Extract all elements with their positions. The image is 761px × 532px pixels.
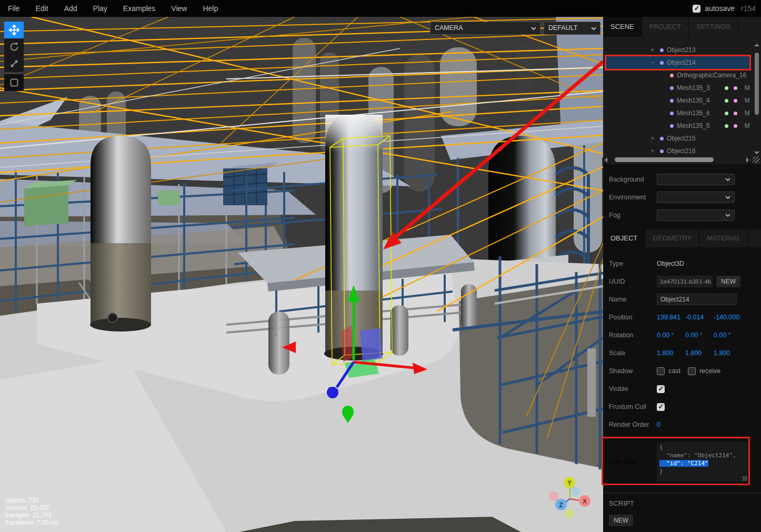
axis-x-label: X [583,498,587,505]
geometry-dot [725,99,728,103]
uuid-new-button[interactable]: NEW [716,276,740,287]
user-data-label: User data [609,458,657,465]
shadow-row: Shadow cast receive [603,362,761,380]
square-icon [9,78,19,87]
scroll-left-arrow[interactable] [603,157,607,163]
name-input[interactable]: Object214 [657,294,737,305]
user-data-textarea[interactable]: { "name": "Object214", "id": "C214"} [657,442,748,481]
vertical-scroll-thumb[interactable] [755,53,759,115]
scale-tool-button[interactable] [4,55,24,72]
tab-project[interactable]: PROJECT [642,17,689,37]
viewport[interactable]: Y X Z [0,17,603,532]
gizmo-plane-xy[interactable] [360,328,383,362]
chevron-down-icon [531,27,536,30]
environment-row: Environment [603,188,761,206]
outliner-vertical-scrollbar[interactable] [754,44,760,155]
menu-item-file[interactable]: File [0,0,28,17]
outliner-item-label: Mesh135_4 [677,97,710,104]
environment-label: Environment [609,194,657,201]
object-type-dot [660,61,664,65]
uuid-row: UUID 1e470131-b351-4b NEW [603,273,761,290]
background-select[interactable] [657,174,735,185]
menu-item-view[interactable]: View [163,0,195,17]
position-z[interactable]: -140.000 [714,314,742,321]
expand-icon[interactable]: + [648,147,657,155]
viewport-3d-scene[interactable]: Y X Z [0,17,603,532]
sidebar: SCENEPROJECTSETTINGS +Object213−Object21… [603,17,761,532]
rotation-y[interactable]: 0.00 ° [685,332,714,339]
tower-left[interactable] [90,136,151,332]
translate-tool-button[interactable] [4,22,24,38]
shading-select[interactable]: DEFAULT [544,22,600,35]
autosave-checkbox[interactable] [693,5,700,13]
tab-object[interactable]: OBJECT [603,229,645,247]
camera-select[interactable]: CAMERA [430,22,540,35]
fog-select[interactable] [657,209,735,221]
position-x[interactable]: 139.841 [657,314,685,321]
tab-settings[interactable]: SETTINGS [689,17,738,37]
objects-value: 734 [28,497,39,504]
outliner-item-object215[interactable]: +Object215 [603,132,761,145]
object-type-dot [670,112,674,115]
scale-y[interactable]: 1.800 [685,349,714,357]
scale-x[interactable]: 1.800 [657,349,685,357]
visible-row: Visible [603,380,761,398]
render-order-value[interactable]: 0 [657,421,685,428]
menu-item-examples[interactable]: Examples [115,0,163,17]
frustum-cull-row: Frustum Cull [603,398,761,416]
collapse-icon[interactable]: − [648,59,657,66]
visible-checkbox[interactable] [657,385,665,393]
frustum-cull-checkbox[interactable] [657,403,665,411]
textarea-resize-grip[interactable] [743,476,747,481]
position-y[interactable]: -0.014 [685,314,714,321]
outliner-item-mesh135_6[interactable]: Mesh135_6Materi [603,107,761,119]
outliner-item-object216[interactable]: +Object216 [603,145,761,157]
outliner-item-object214[interactable]: −Object214 [603,56,761,69]
user-data-line: "name": "Object214", [659,451,745,459]
outliner-item-mesh135_3[interactable]: Mesh135_3Materi [603,82,761,94]
rotation-x[interactable]: 0.00 ° [657,332,685,339]
axis-y-label: Y [567,479,572,487]
horizontal-scroll-thumb[interactable] [615,157,714,162]
tab-scene[interactable]: SCENE [603,17,642,37]
scroll-right-arrow[interactable] [746,157,752,163]
outliner-item-object213[interactable]: +Object213 [603,44,761,56]
outliner-item-orthographiccamera_16[interactable]: OrthographicCamera_16 [603,69,761,82]
outliner-item-label: OrthographicCamera_16 [677,72,746,79]
outliner-item-label: Object215 [667,135,696,142]
shadow-receive-checkbox[interactable] [688,367,696,375]
position-label: Position [609,314,657,321]
outliner-item-mesh135_4[interactable]: Mesh135_4Materi [603,94,761,107]
expand-icon[interactable]: + [648,46,657,54]
outliner-resize-grip[interactable] [753,156,759,163]
script-new-button[interactable]: NEW [609,515,633,526]
camera-select-value: CAMERA [435,24,463,32]
rotation-row: Rotation 0.00 ° 0.00 ° 0.00 ° [603,326,761,344]
tab-material[interactable]: MATERIAL [699,229,748,247]
material-dot [734,112,737,115]
rotation-z[interactable]: 0.00 ° [714,332,742,339]
menu-item-edit[interactable]: Edit [28,0,56,17]
tab-geometry[interactable]: GEOMETRY [645,229,699,247]
fog-label: Fog [609,212,657,219]
expand-icon[interactable]: + [648,135,657,142]
type-label: Type [609,260,657,267]
render-order-row: Render Order 0 [603,416,761,434]
frustum-cull-label: Frustum Cull [609,403,657,410]
material-label: Materi [745,122,749,129]
scale-z[interactable]: 1.800 [714,349,742,357]
scroll-up-arrow[interactable] [754,41,759,46]
user-data-line: "id": "C214" [659,459,745,467]
outliner-horizontal-scrollbar[interactable] [604,157,749,163]
rotate-tool-button[interactable] [4,38,24,55]
menu-item-play[interactable]: Play [85,0,115,17]
environment-select[interactable] [657,192,735,203]
selected-text: "id": "C214" [659,460,708,467]
menu-item-add[interactable]: Add [56,0,85,17]
menu-item-help[interactable]: Help [195,0,226,17]
visible-label: Visible [609,385,657,393]
axis-z-label: Z [559,501,563,509]
outliner-item-mesh135_5[interactable]: Mesh135_5Materi [603,119,761,132]
local-world-toggle-button[interactable] [4,74,24,91]
shadow-cast-checkbox[interactable] [657,367,665,375]
